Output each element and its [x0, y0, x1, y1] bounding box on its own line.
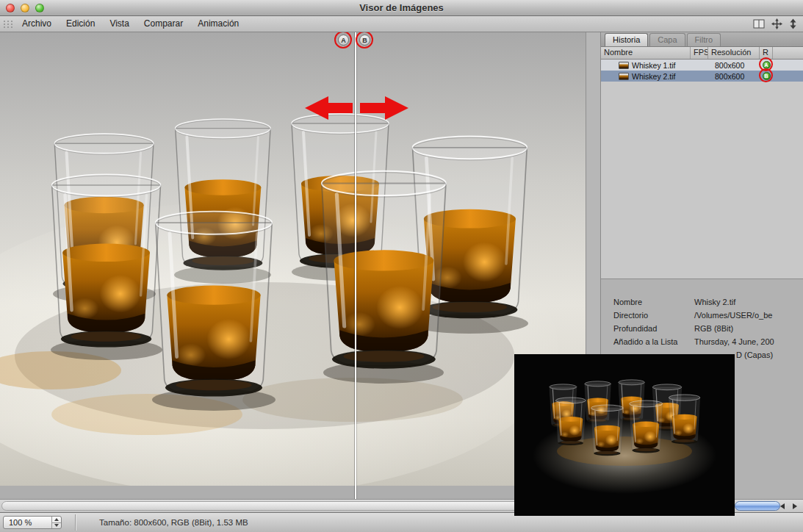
info-value: D (Capas): [736, 351, 773, 359]
pan-move-icon[interactable]: [771, 18, 782, 29]
resolution-value: 800x600: [708, 61, 760, 70]
toolbar-right: [753, 18, 803, 29]
zoom-increase-button[interactable]: [52, 517, 61, 523]
drag-grip-icon[interactable]: [1, 19, 15, 29]
column-header-resolucion[interactable]: Resolución: [708, 47, 760, 59]
table-row[interactable]: Whiskey 2.tif 800x600 B: [601, 71, 803, 82]
marker-b-label: B: [362, 37, 367, 44]
menu-comparar[interactable]: Comparar: [137, 16, 190, 32]
zoom-stepper: [51, 517, 61, 528]
panel-tabs: Historia Capa Filtro: [601, 32, 803, 47]
info-value: RGB (8Bit): [694, 324, 733, 333]
column-header-nombre[interactable]: Nombre: [601, 47, 691, 59]
right-arrow-icon: [793, 503, 797, 509]
menu-vista[interactable]: Vista: [102, 16, 136, 32]
info-row-anadido: Añadido a la Lista Thursday, 4 June, 200: [613, 335, 803, 348]
left-arrow-icon: [780, 503, 785, 509]
zoom-level-select[interactable]: 100 %: [3, 516, 62, 529]
panel-scroll-thumb[interactable]: [735, 501, 780, 511]
marker-a-chip[interactable]: A: [338, 35, 349, 46]
down-arrow-icon: [54, 524, 59, 527]
history-list[interactable]: Nombre FPS Resolución R Whiskey 1.tif 80…: [601, 47, 803, 279]
compare-b-badge[interactable]: B: [763, 72, 771, 80]
info-value: /Volumes/USER/o_be: [694, 311, 772, 320]
marker-b-chip[interactable]: B: [359, 35, 370, 46]
scroll-buttons: [776, 500, 801, 512]
marker-a-label: A: [341, 37, 346, 44]
scroll-right-button[interactable]: [788, 500, 801, 512]
tab-filtro[interactable]: Filtro: [687, 33, 721, 46]
menu-animacion[interactable]: Animación: [190, 16, 246, 32]
column-header-r[interactable]: R: [760, 47, 773, 59]
window-title: Visor de Imágenes: [0, 0, 803, 16]
file-name: Whiskey 2.tif: [632, 72, 676, 81]
tab-capa[interactable]: Capa: [649, 33, 685, 46]
info-row-profundidad: Profundidad RGB (8Bit): [613, 322, 803, 335]
zoom-value: 100 %: [4, 518, 51, 527]
image-size-info: Tamaño: 800x600, RGB (8Bit), 1.53 MB: [99, 513, 248, 532]
info-value: Thursday, 4 June, 200: [694, 337, 774, 346]
table-header: Nombre FPS Resolución R: [601, 47, 803, 60]
viewer-horizontal-scrollbar[interactable]: [0, 499, 601, 512]
file-thumbnail-icon: [619, 62, 629, 69]
column-header-filler: [773, 47, 803, 59]
dual-pane-icon[interactable]: [753, 19, 765, 29]
file-name: Whiskey 1.tif: [632, 61, 676, 70]
preview-overlay[interactable]: [514, 354, 735, 516]
file-thumbnail-icon: [619, 73, 629, 80]
file-info: Nombre Whisky 2.tif Directorio /Volumes/…: [613, 295, 803, 362]
status-divider: [75, 514, 76, 531]
scroll-left-button[interactable]: [776, 500, 788, 512]
menu-archivo[interactable]: Archivo: [15, 16, 59, 32]
menubar: Archivo Edición Vista Comparar Animación: [0, 16, 803, 32]
table-row[interactable]: Whiskey 1.tif 800x600 A: [601, 60, 803, 71]
info-label: Nombre: [613, 298, 694, 306]
annotation-arrow-right: [357, 95, 416, 121]
preview-thumbnail-image: [514, 354, 735, 516]
updown-arrows-icon[interactable]: [789, 18, 797, 29]
app-window: Visor de Imágenes Archivo Edición Vista …: [0, 0, 803, 532]
image-canvas[interactable]: A B: [0, 32, 586, 499]
info-value: Whisky 2.tif: [694, 298, 735, 306]
column-header-fps[interactable]: FPS: [691, 47, 708, 59]
info-label: Profundidad: [613, 324, 694, 333]
up-arrow-icon: [54, 518, 59, 521]
titlebar[interactable]: Visor de Imágenes: [0, 0, 803, 16]
info-row-directorio: Directorio /Volumes/USER/o_be: [613, 309, 803, 322]
zoom-decrease-button[interactable]: [52, 523, 61, 529]
info-label: Añadido a la Lista: [613, 337, 694, 346]
resolution-value: 800x600: [708, 72, 760, 81]
render-image: [0, 32, 586, 486]
annotation-arrow-left: [298, 95, 356, 121]
info-row-nombre: Nombre Whisky 2.tif: [613, 295, 803, 309]
info-label: Directorio: [613, 311, 694, 320]
compare-a-badge[interactable]: A: [763, 61, 771, 69]
menu-edicion[interactable]: Edición: [59, 16, 102, 32]
tab-historia[interactable]: Historia: [605, 33, 648, 46]
viewer-scroll-thumb[interactable]: [1, 501, 596, 511]
